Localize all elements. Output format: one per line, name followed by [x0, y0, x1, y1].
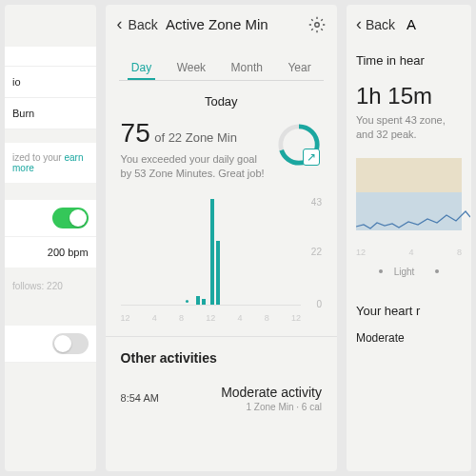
- legend-dot-icon: [435, 269, 439, 273]
- chart-bar: [216, 241, 220, 305]
- x-tick: 12: [206, 313, 215, 323]
- tab-day[interactable]: Day: [129, 55, 153, 80]
- back-chevron-icon[interactable]: ‹: [356, 14, 362, 34]
- back-button[interactable]: Back: [366, 17, 395, 32]
- zone-breakdown-text: You spent 43 zone, and 32 peak.: [347, 113, 471, 143]
- x-tick: 4: [408, 248, 413, 257]
- y-tick: 43: [311, 197, 322, 208]
- chart-bar: [210, 199, 214, 305]
- x-tick: 12: [356, 248, 366, 257]
- custom-hr-toggle[interactable]: [52, 208, 89, 228]
- stat-summary: 75 of 22 Zone Min You exceeded your dail…: [106, 118, 337, 182]
- settings-icon[interactable]: [308, 16, 326, 33]
- activity-item[interactable]: 8:54 AM Moderate activity 1 Zone Min · 6…: [106, 375, 337, 422]
- x-tick: 8: [265, 313, 269, 323]
- zone-min-goal: of 22 Zone Min: [154, 130, 237, 145]
- x-tick: 12: [291, 313, 301, 323]
- tab-year[interactable]: Year: [286, 55, 312, 80]
- cardio-band: [356, 158, 462, 192]
- chart-legend: Light: [347, 267, 471, 277]
- x-tick: 8: [457, 248, 462, 257]
- activity-name: Moderate activity: [178, 385, 322, 400]
- active-zone-screen: ‹ Back Active Zone Min Day Week Month Ye…: [106, 5, 337, 471]
- toggle-knob: [69, 209, 87, 227]
- heart-settings-screen: io Burn ized to your earn more 200 bpm f…: [5, 5, 96, 471]
- activity-time: 8:54 AM: [121, 392, 167, 404]
- hr-zone-chart: [356, 158, 462, 244]
- x-axis: 12 4 8 12 4 8 12: [121, 313, 301, 323]
- section-heading: Time in hear: [347, 40, 471, 71]
- zone-min-value: 75: [121, 118, 150, 148]
- other-activities-heading: Other activities: [106, 337, 337, 375]
- x-tick: 4: [237, 313, 242, 323]
- legend-label-light: Light: [394, 267, 415, 277]
- bar-area: [121, 199, 301, 306]
- x-tick: 8: [179, 313, 184, 323]
- zone-row-fatburn[interactable]: Burn: [5, 98, 96, 129]
- custom-hr-toggle-row: [5, 200, 96, 237]
- secondary-toggle[interactable]: [52, 333, 89, 354]
- activity-detail: 1 Zone Min · 6 cal: [178, 402, 322, 412]
- header: ‹ Back Active Zone Min: [106, 5, 337, 40]
- goal-message: You exceeded your daily goal by 53 Zone …: [121, 152, 265, 182]
- y-tick: 0: [316, 299, 322, 309]
- y-tick: 22: [311, 247, 322, 257]
- zone-row-cardio[interactable]: io: [5, 67, 96, 98]
- period-tabs: Day Week Month Year: [106, 48, 337, 80]
- formula-note: follows: 220: [5, 273, 96, 299]
- period-label: Today: [106, 94, 337, 109]
- heart-rate-zones-screen: ‹ Back A Time in hear 1h 15m You spent 4…: [347, 5, 471, 471]
- zone-item-moderate[interactable]: Moderate: [347, 326, 471, 350]
- goal-exceeded-icon: ↗: [303, 149, 320, 166]
- tab-month[interactable]: Month: [229, 55, 265, 80]
- hr-line: [356, 206, 470, 234]
- personalized-note: ized to your earn more: [5, 143, 96, 183]
- chart-dot: [186, 300, 188, 303]
- header: ‹ Back A: [347, 5, 471, 40]
- svg-point-0: [315, 22, 320, 27]
- tab-week[interactable]: Week: [175, 55, 208, 80]
- back-chevron-icon[interactable]: ‹: [117, 14, 123, 34]
- your-heart-rate-heading: Your heart r: [347, 287, 471, 326]
- x-tick: 12: [121, 313, 130, 323]
- legend-dot-icon: [379, 269, 383, 273]
- chart-bar: [202, 299, 206, 305]
- x-axis: 12 4 8: [356, 248, 462, 257]
- toggle-knob: [54, 335, 71, 352]
- x-tick: 4: [152, 313, 157, 323]
- chart-bar: [196, 296, 200, 305]
- progress-ring: ↗: [276, 122, 322, 168]
- zone-row[interactable]: [5, 47, 96, 67]
- divider: [119, 80, 324, 81]
- time-in-zones-value: 1h 15m: [356, 83, 462, 109]
- secondary-toggle-row: [5, 326, 96, 363]
- page-title-partial: A: [407, 16, 416, 32]
- max-hr-row[interactable]: 200 bpm: [5, 237, 96, 268]
- zone-min-chart: 43 22 0 12 4 8 12 4 8 12: [121, 199, 322, 323]
- page-title: Active Zone Min: [131, 16, 303, 32]
